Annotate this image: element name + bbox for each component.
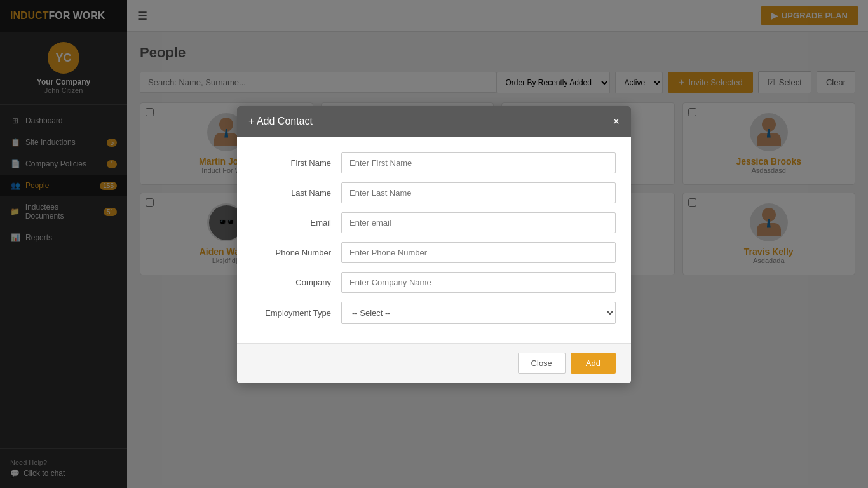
add-button[interactable]: Add — [571, 353, 616, 374]
modal-body: First Name Last Name Email Phone Number … — [237, 137, 631, 343]
email-label: Email — [252, 218, 341, 227]
last-name-label: Last Name — [252, 188, 341, 198]
employment-type-label: Employment Type — [252, 308, 341, 318]
phone-input[interactable] — [341, 242, 616, 263]
first-name-row: First Name — [252, 152, 616, 173]
close-modal-button[interactable]: Close — [518, 353, 566, 374]
modal-footer: Close Add — [237, 343, 631, 383]
modal-close-button[interactable]: × — [613, 115, 620, 128]
company-input[interactable] — [341, 272, 616, 293]
modal-header: + Add Contact × — [237, 106, 631, 137]
modal-overlay: + Add Contact × First Name Last Name Ema… — [0, 0, 868, 488]
company-label: Company — [252, 278, 341, 287]
employment-type-row: Employment Type -- Select -- — [252, 302, 616, 324]
email-input[interactable] — [341, 212, 616, 233]
email-row: Email — [252, 212, 616, 233]
first-name-input[interactable] — [341, 152, 616, 173]
phone-row: Phone Number — [252, 242, 616, 263]
modal-title: + Add Contact — [248, 116, 313, 127]
last-name-row: Last Name — [252, 182, 616, 203]
first-name-label: First Name — [252, 158, 341, 168]
phone-label: Phone Number — [252, 248, 341, 257]
company-row: Company — [252, 272, 616, 293]
employment-type-select[interactable]: -- Select -- — [341, 302, 616, 324]
last-name-input[interactable] — [341, 182, 616, 203]
add-contact-modal: + Add Contact × First Name Last Name Ema… — [237, 106, 631, 383]
